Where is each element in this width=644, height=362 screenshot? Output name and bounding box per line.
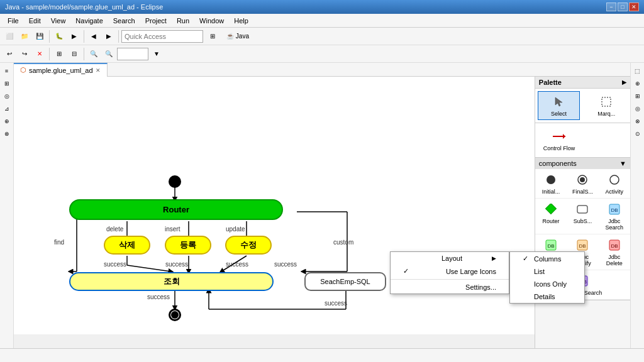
statusbar xyxy=(0,348,644,362)
router-node[interactable]: Router xyxy=(69,199,283,220)
sep1 xyxy=(49,30,50,43)
sidebar-btn-6[interactable]: ⊗ xyxy=(1,128,13,140)
palette-activity-item[interactable]: Activity xyxy=(599,169,630,198)
svg-text:DB: DB xyxy=(611,207,618,213)
ctx-layout-label: Layout xyxy=(441,255,462,262)
far-right-btn-3[interactable]: ⊞ xyxy=(632,90,643,102)
ctx-layout-item[interactable]: Layout xyxy=(391,252,509,265)
menu-run[interactable]: Run xyxy=(172,16,194,26)
tb-run[interactable]: ▶ xyxy=(67,30,81,43)
subs-label: SubS... xyxy=(574,218,592,224)
far-right-btn-5[interactable]: ⊗ xyxy=(632,116,643,127)
palette-select-item[interactable]: Select xyxy=(538,91,580,120)
palette-flow-item[interactable]: Control Flow xyxy=(541,126,577,155)
tb-delete[interactable]: ✕ xyxy=(33,47,47,61)
menu-search[interactable]: Search xyxy=(108,16,140,26)
subs-icon xyxy=(575,202,590,217)
sidebar-btn-3[interactable]: ◎ xyxy=(1,90,13,102)
tb-grid[interactable]: ⊟ xyxy=(67,47,81,61)
zoom-input[interactable]: 100% xyxy=(117,48,148,60)
diagram-canvas[interactable]: Router find delete insert update custom … xyxy=(14,77,535,334)
sidebar-btn-1[interactable]: ≡ xyxy=(1,65,13,77)
far-right-btn-1[interactable]: ⬚ xyxy=(632,65,643,77)
zoom-dropdown[interactable]: ▼ xyxy=(150,47,164,61)
menu-window[interactable]: Window xyxy=(194,16,229,26)
editor-tab[interactable]: ⬡ sample.glue_uml_ad ✕ xyxy=(14,63,108,77)
search-node[interactable]: SeachEmp-SQL xyxy=(304,272,386,291)
flow-icon xyxy=(552,129,567,144)
update-node[interactable]: 수정 xyxy=(225,236,272,255)
far-right-btn-6[interactable]: ⊙ xyxy=(632,128,643,140)
sidebar-btn-2[interactable]: ⊞ xyxy=(1,78,13,89)
ctx-separator xyxy=(391,279,509,280)
sep3 xyxy=(118,30,119,43)
activity-icon xyxy=(607,172,622,187)
tb-java-perspective[interactable]: ☕ Java xyxy=(222,30,253,43)
close-button[interactable]: ✕ xyxy=(629,3,639,11)
insert-node[interactable]: 등록 xyxy=(165,236,211,255)
tb-zoom-in[interactable]: 🔍 xyxy=(87,47,101,61)
delete-node[interactable]: 삭제 xyxy=(104,236,150,255)
sidebar-btn-5[interactable]: ⊕ xyxy=(1,116,13,127)
marquee-icon xyxy=(599,94,614,109)
tab-label: sample.glue_uml_ad xyxy=(29,67,93,74)
tb-zoom-out[interactable]: 🔍 xyxy=(102,47,116,61)
router-label: Router xyxy=(542,218,559,224)
quick-access-input[interactable] xyxy=(121,30,203,43)
sidebar-btn-4[interactable]: ⊿ xyxy=(1,103,13,114)
tb-undo[interactable]: ↩ xyxy=(3,47,16,61)
tb-open[interactable]: 📁 xyxy=(18,30,31,43)
svg-point-25 xyxy=(610,175,619,184)
palette-jdbc-search-item[interactable]: DB Jdbc Search xyxy=(599,199,630,234)
svg-text:DB: DB xyxy=(579,243,586,249)
label-custom: custom xyxy=(333,239,353,246)
tb-debug[interactable]: 🐛 xyxy=(52,30,66,43)
menu-edit[interactable]: Edit xyxy=(24,16,46,26)
sub-check-columns: ✓ xyxy=(523,255,530,263)
tb-snap[interactable]: ⊞ xyxy=(52,47,66,61)
menu-navigate[interactable]: Navigate xyxy=(70,16,108,26)
menu-file[interactable]: File xyxy=(3,16,24,26)
menubar: File Edit View Navigate Search Project R… xyxy=(0,14,644,28)
menu-help[interactable]: Help xyxy=(229,16,253,26)
components-section-header[interactable]: components ▼ xyxy=(535,158,630,169)
palette-router-item[interactable]: Router xyxy=(535,199,567,234)
svg-rect-26 xyxy=(546,204,557,214)
tb-forward[interactable]: ▶ xyxy=(102,30,116,43)
palette-finals-item[interactable]: FinalS... xyxy=(567,169,598,198)
svg-point-24 xyxy=(580,177,585,182)
tab-close-icon[interactable]: ✕ xyxy=(96,67,101,74)
comp-row-1: Initial... FinalS... xyxy=(535,169,630,199)
svg-rect-27 xyxy=(577,206,587,213)
palette-marquee-item[interactable]: Marq... xyxy=(585,91,628,120)
submenu-details[interactable]: Details xyxy=(510,290,584,303)
palette-jdbc-delete-item[interactable]: DB Jdbc Delete xyxy=(599,234,630,270)
maximize-button[interactable]: □ xyxy=(618,3,628,11)
ctx-large-icons-item[interactable]: ✓ Use Large Icons xyxy=(391,265,509,278)
tb-new[interactable]: ⬜ xyxy=(3,30,16,43)
tb-redo[interactable]: ↪ xyxy=(18,47,31,61)
submenu-icons-only[interactable]: Icons Only xyxy=(510,278,584,290)
far-right-btn-2[interactable]: ⊕ xyxy=(632,78,643,89)
palette-subs-item[interactable]: SubS... xyxy=(567,199,598,234)
palette-flow-row: Control Flow xyxy=(535,123,630,158)
toolbar-row-2: ↩ ↪ ✕ ⊞ ⊟ 🔍 🔍 100% ▼ xyxy=(0,45,644,63)
palette-initial-item[interactable]: Initial... xyxy=(535,169,567,198)
palette-title: Palette xyxy=(539,79,562,86)
tb-save[interactable]: 💾 xyxy=(33,30,47,43)
sep4 xyxy=(49,48,50,60)
label-find: find xyxy=(54,239,64,246)
menu-project[interactable]: Project xyxy=(140,16,172,26)
menu-view[interactable]: View xyxy=(46,16,71,26)
far-right-btn-4[interactable]: ◎ xyxy=(632,103,643,114)
editor-wrapper: ⬡ sample.glue_uml_ad ✕ xyxy=(14,63,630,348)
palette-arrow-icon: ▶ xyxy=(622,79,626,85)
ctx-settings-item[interactable]: Settings... xyxy=(391,281,509,293)
query-node[interactable]: 조회 xyxy=(69,272,274,291)
submenu-list[interactable]: List xyxy=(510,265,584,278)
minimize-button[interactable]: − xyxy=(606,3,616,11)
tb-back[interactable]: ◀ xyxy=(87,30,101,43)
submenu-list-label: List xyxy=(534,268,545,275)
tb-perspectives[interactable]: ⊞ xyxy=(204,30,221,43)
submenu-columns[interactable]: ✓ Columns xyxy=(510,252,584,265)
